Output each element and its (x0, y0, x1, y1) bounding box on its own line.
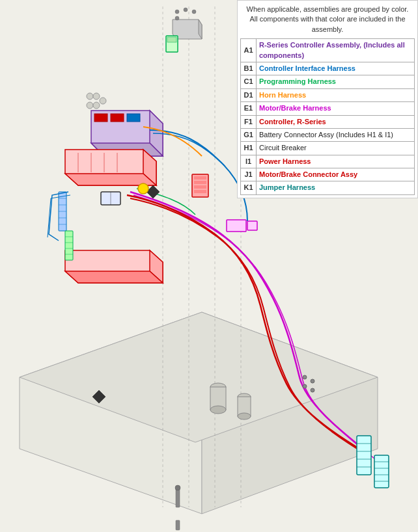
svg-point-30 (175, 16, 179, 20)
legend-code: C1 (241, 75, 257, 88)
legend-code: A1 (241, 39, 257, 62)
legend-row: G1Battery Connector Assy (Includes H1 & … (241, 128, 415, 141)
svg-point-73 (311, 388, 314, 392)
svg-rect-14 (127, 114, 140, 122)
svg-rect-65 (374, 455, 389, 488)
svg-rect-39 (194, 176, 206, 180)
legend-label: Programming Harness (257, 75, 415, 88)
svg-point-28 (184, 8, 188, 12)
svg-point-82 (175, 485, 180, 490)
legend-row: D1Horn Harness (241, 88, 415, 101)
svg-point-79 (238, 413, 251, 419)
legend-row: E1Motor/Brake Harness (241, 102, 415, 115)
legend-table: A1R-Series Controller Assembly, (Include… (240, 38, 415, 195)
legend-code: D1 (241, 88, 257, 101)
svg-rect-60 (357, 436, 371, 475)
legend-label: Motor/Brake Connector Assy (257, 168, 415, 181)
svg-rect-40 (194, 181, 206, 184)
svg-rect-32 (167, 37, 176, 42)
legend-code: I1 (241, 155, 257, 168)
svg-point-71 (311, 379, 314, 383)
svg-point-36 (93, 102, 100, 109)
legend-row: I1Power Harness (241, 155, 415, 168)
svg-point-72 (303, 384, 307, 388)
legend-header: When applicable, assemblies are grouped … (240, 3, 415, 36)
legend-row: B1Controller Interface Harness (241, 62, 415, 75)
svg-marker-24 (65, 271, 163, 283)
legend-code: E1 (241, 102, 257, 115)
legend-row: F1Controller, R-Series (241, 115, 415, 128)
svg-point-76 (210, 406, 226, 414)
legend-row: H1Circuit Breaker (241, 142, 415, 155)
svg-point-27 (175, 10, 179, 14)
svg-rect-83 (176, 520, 180, 530)
legend-row: C1Programming Harness (241, 75, 415, 88)
legend-panel: When applicable, assemblies are grouped … (237, 0, 418, 198)
legend-code: H1 (241, 142, 257, 155)
svg-point-37 (100, 98, 106, 104)
svg-point-34 (87, 102, 93, 109)
legend-code: G1 (241, 128, 257, 141)
legend-label: Jumper Harness (257, 181, 415, 194)
legend-code: B1 (241, 62, 257, 75)
svg-rect-58 (227, 220, 246, 232)
legend-label: Motor/Brake Harness (257, 102, 415, 115)
legend-row: K1Jumper Harness (241, 181, 415, 194)
svg-rect-42 (194, 190, 206, 193)
svg-rect-12 (94, 114, 107, 122)
legend-label: Battery Connector Assy (Includes H1 & I1… (257, 128, 415, 141)
legend-label: Power Harness (257, 155, 415, 168)
legend-label: Horn Harness (257, 88, 415, 101)
legend-label: R-Series Controller Assembly, (Includes … (257, 39, 415, 62)
svg-rect-41 (194, 185, 206, 189)
legend-code: K1 (241, 181, 257, 194)
svg-rect-59 (247, 221, 257, 230)
svg-point-29 (192, 10, 196, 14)
legend-label: Circuit Breaker (257, 142, 415, 155)
legend-code: F1 (241, 115, 257, 128)
svg-rect-53 (65, 231, 73, 260)
legend-label: Controller Interface Harness (257, 62, 415, 75)
legend-row: J1Motor/Brake Connector Assy (241, 168, 415, 181)
main-container: When applicable, assemblies are grouped … (0, 0, 418, 532)
svg-point-70 (303, 375, 307, 379)
svg-rect-81 (176, 488, 180, 507)
legend-code: J1 (241, 168, 257, 181)
svg-point-33 (87, 93, 93, 100)
svg-point-46 (138, 183, 148, 194)
legend-label: Controller, R-Series (257, 115, 415, 128)
svg-rect-13 (111, 114, 124, 122)
svg-point-35 (93, 93, 100, 100)
legend-row: A1R-Series Controller Assembly, (Include… (241, 39, 415, 62)
